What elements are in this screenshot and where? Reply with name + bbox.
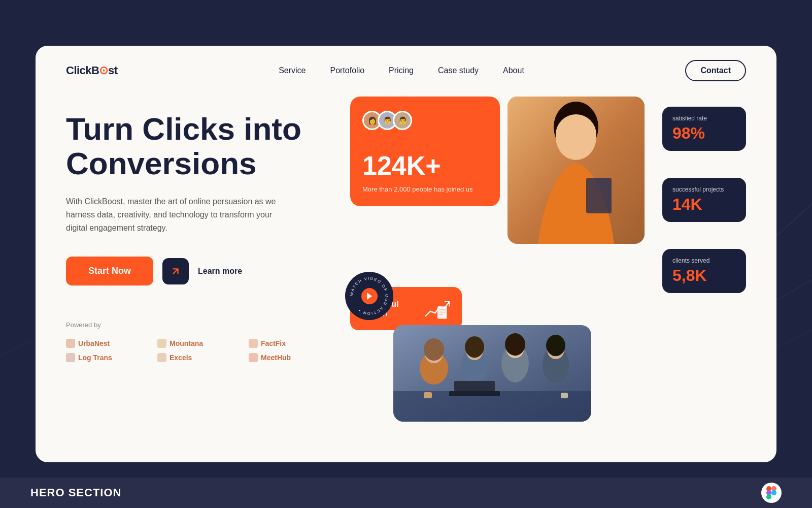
contact-button[interactable]: Contact (685, 60, 746, 81)
svg-rect-33 (766, 494, 771, 499)
partner-factfix: FactFix (249, 339, 330, 348)
avatar-3: 👨 (393, 111, 412, 130)
projects-value: 14K (672, 195, 736, 214)
arrow-icon (170, 266, 181, 277)
partners-grid: UrbaNest Mountana FactFix Log Trans (66, 339, 330, 362)
svg-marker-11 (367, 293, 372, 300)
hero-section: Turn Clicks into Conversions With ClickB… (36, 91, 776, 442)
clients-value: 5,8K (672, 266, 736, 285)
hero-title: Turn Clicks into Conversions (66, 112, 330, 181)
powered-by-label: Powered by (66, 321, 330, 329)
satisfied-value: 98% (672, 124, 736, 143)
svg-rect-6 (437, 306, 447, 319)
partner-excels: Excels (157, 353, 239, 362)
projects-label: successful projects (672, 186, 736, 193)
photo-woman (507, 97, 645, 244)
group-photo-svg (393, 325, 591, 422)
nav-links: Service Portofolio Pricing Case study Ab… (279, 66, 524, 75)
start-now-button[interactable]: Start Now (66, 257, 153, 285)
learn-more-icon-button[interactable] (162, 258, 189, 284)
nav-item-portofolio[interactable]: Portofolio (330, 66, 364, 75)
logtrans-icon (66, 353, 75, 362)
svg-rect-5 (586, 178, 612, 213)
hero-right: 👩 👨 👨 124K+ More than 2,000 people has j… (350, 97, 746, 422)
avatars-row: 👩 👨 👨 (362, 111, 488, 130)
svg-point-19 (465, 336, 484, 358)
logo-text: ClickB⊙st (66, 64, 118, 77)
svg-point-25 (546, 335, 565, 356)
partner-mountana: Mountana (157, 339, 239, 348)
stats-big-card: 👩 👨 👨 124K+ More than 2,000 people has j… (350, 97, 500, 206)
svg-rect-28 (424, 392, 432, 398)
figma-icon (761, 483, 782, 503)
satisfied-label: satisfied rate (672, 115, 736, 122)
big-number: 124K+ (362, 150, 488, 181)
svg-rect-26 (449, 391, 500, 396)
woman-svg (507, 97, 645, 244)
svg-point-16 (424, 338, 444, 361)
partner-urbanest: UrbaNest (66, 339, 147, 348)
partner-meethub: MeetHub (249, 353, 330, 362)
figma-logo-icon (766, 486, 776, 499)
satisfied-rate-card: satisfied rate 98% (662, 107, 746, 151)
projects-card: successful projects 14K (662, 178, 746, 222)
play-triangle-icon (366, 292, 373, 300)
svg-rect-27 (454, 381, 495, 391)
nav-item-casestudy[interactable]: Case study (438, 66, 479, 75)
mountana-icon (157, 339, 166, 348)
hero-left: Turn Clicks into Conversions With ClickB… (66, 97, 330, 362)
nav-item-pricing[interactable]: Pricing (389, 66, 414, 75)
urbanest-icon (66, 339, 75, 348)
page-wrapper: ClickB⊙st Service Portofolio Pricing Cas… (0, 0, 812, 508)
svg-point-34 (771, 490, 776, 495)
factfix-icon (249, 339, 258, 348)
growth-chart-icon (423, 297, 452, 320)
logo: ClickB⊙st (66, 64, 118, 77)
big-number-subtitle: More than 2,000 people has joined us (362, 185, 488, 194)
hero-description: With ClickBoost, master the art of onlin… (66, 195, 279, 234)
logo-dot: ⊙ (99, 64, 108, 77)
clients-card: clients served 5,8K (662, 249, 746, 293)
photo-group (393, 325, 591, 422)
play-icon[interactable] (361, 288, 378, 304)
hero-buttons: Start Now Learn more (66, 257, 330, 285)
photo-woman-placeholder (507, 97, 645, 244)
nav-item-service[interactable]: Service (279, 66, 306, 75)
bottom-bar: HERO SECTION (0, 478, 812, 508)
svg-point-22 (505, 333, 525, 356)
partner-logtrans: Log Trans (66, 353, 147, 362)
bottom-bar-title: HERO SECTION (30, 486, 121, 499)
learn-more-label: Learn more (198, 267, 242, 276)
svg-point-4 (556, 114, 596, 155)
clients-label: clients served (672, 257, 736, 264)
nav-item-about[interactable]: About (503, 66, 524, 75)
excels-icon (157, 353, 166, 362)
navbar: ClickB⊙st Service Portofolio Pricing Cas… (36, 46, 776, 91)
meethub-icon (249, 353, 258, 362)
video-circle-button[interactable]: WATCH VIDEO OF OUR ACTION • (345, 272, 393, 320)
main-card: ClickB⊙st Service Portofolio Pricing Cas… (36, 46, 776, 462)
svg-rect-29 (561, 393, 568, 398)
